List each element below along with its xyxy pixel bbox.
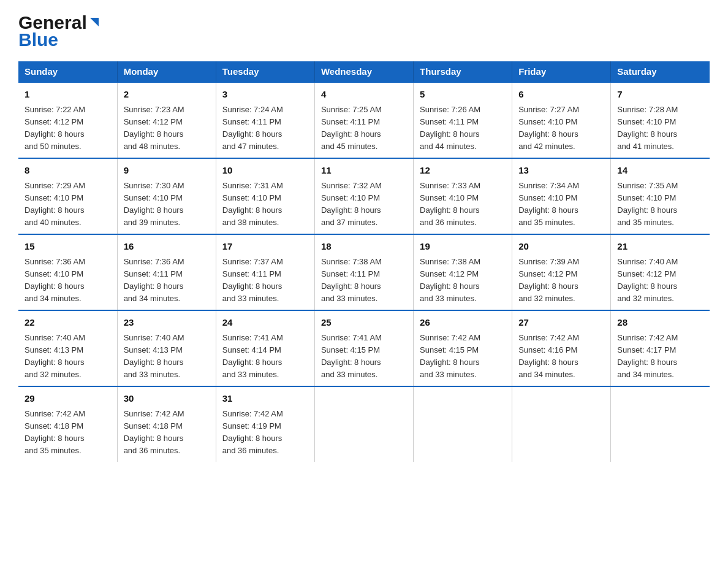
day-number: 2 — [124, 88, 210, 102]
calendar-cell: 13Sunrise: 7:34 AMSunset: 4:10 PMDayligh… — [512, 158, 611, 234]
header-saturday: Saturday — [611, 61, 710, 82]
day-number: 13 — [518, 164, 604, 178]
day-info: Sunrise: 7:42 AMSunset: 4:18 PMDaylight:… — [25, 408, 111, 458]
calendar-cell: 2Sunrise: 7:23 AMSunset: 4:12 PMDaylight… — [117, 82, 216, 158]
calendar-cell — [512, 386, 611, 462]
day-info: Sunrise: 7:38 AMSunset: 4:12 PMDaylight:… — [420, 256, 506, 305]
calendar-cell: 17Sunrise: 7:37 AMSunset: 4:11 PMDayligh… — [216, 234, 314, 310]
day-number: 29 — [25, 392, 111, 406]
day-info: Sunrise: 7:42 AMSunset: 4:16 PMDaylight:… — [518, 332, 604, 381]
header-tuesday: Tuesday — [216, 61, 314, 82]
day-number: 31 — [222, 392, 308, 406]
calendar-cell — [414, 386, 512, 462]
day-number: 28 — [617, 316, 703, 330]
calendar-cell: 27Sunrise: 7:42 AMSunset: 4:16 PMDayligh… — [512, 310, 611, 386]
calendar-cell: 18Sunrise: 7:38 AMSunset: 4:11 PMDayligh… — [314, 234, 413, 310]
calendar-week-row: 15Sunrise: 7:36 AMSunset: 4:10 PMDayligh… — [18, 234, 710, 310]
calendar-cell: 21Sunrise: 7:40 AMSunset: 4:12 PMDayligh… — [611, 234, 710, 310]
header-sunday: Sunday — [18, 61, 117, 82]
day-number: 9 — [124, 164, 210, 178]
day-number: 11 — [321, 164, 407, 178]
calendar-cell: 25Sunrise: 7:41 AMSunset: 4:15 PMDayligh… — [314, 310, 413, 386]
day-info: Sunrise: 7:31 AMSunset: 4:10 PMDaylight:… — [222, 180, 308, 229]
day-info: Sunrise: 7:39 AMSunset: 4:12 PMDaylight:… — [518, 256, 604, 305]
day-info: Sunrise: 7:27 AMSunset: 4:10 PMDaylight:… — [518, 104, 604, 153]
calendar-cell: 6Sunrise: 7:27 AMSunset: 4:10 PMDaylight… — [512, 82, 611, 158]
day-number: 30 — [124, 392, 210, 406]
day-number: 24 — [222, 316, 308, 330]
calendar-cell: 31Sunrise: 7:42 AMSunset: 4:19 PMDayligh… — [216, 386, 314, 462]
day-number: 1 — [25, 88, 111, 102]
day-info: Sunrise: 7:42 AMSunset: 4:15 PMDaylight:… — [420, 332, 506, 381]
day-info: Sunrise: 7:40 AMSunset: 4:13 PMDaylight:… — [124, 332, 210, 381]
day-number: 14 — [617, 164, 703, 178]
day-info: Sunrise: 7:42 AMSunset: 4:17 PMDaylight:… — [617, 332, 703, 381]
day-info: Sunrise: 7:42 AMSunset: 4:18 PMDaylight:… — [124, 408, 210, 458]
calendar-cell: 29Sunrise: 7:42 AMSunset: 4:18 PMDayligh… — [18, 386, 117, 462]
logo-blue: Blue — [18, 29, 58, 50]
day-number: 7 — [617, 88, 703, 102]
calendar-cell: 11Sunrise: 7:32 AMSunset: 4:10 PMDayligh… — [314, 158, 413, 234]
day-info: Sunrise: 7:32 AMSunset: 4:10 PMDaylight:… — [321, 180, 407, 229]
day-number: 22 — [25, 316, 111, 330]
calendar-cell: 7Sunrise: 7:28 AMSunset: 4:10 PMDaylight… — [611, 82, 710, 158]
calendar-cell: 9Sunrise: 7:30 AMSunset: 4:10 PMDaylight… — [117, 158, 216, 234]
calendar-week-row: 1Sunrise: 7:22 AMSunset: 4:12 PMDaylight… — [18, 82, 710, 158]
day-number: 23 — [124, 316, 210, 330]
day-number: 19 — [420, 240, 506, 254]
calendar-cell: 1Sunrise: 7:22 AMSunset: 4:12 PMDaylight… — [18, 82, 117, 158]
day-number: 18 — [321, 240, 407, 254]
calendar-header-row: SundayMondayTuesdayWednesdayThursdayFrid… — [18, 61, 710, 82]
calendar-cell: 10Sunrise: 7:31 AMSunset: 4:10 PMDayligh… — [216, 158, 314, 234]
day-number: 5 — [420, 88, 506, 102]
header-monday: Monday — [117, 61, 216, 82]
day-number: 16 — [124, 240, 210, 254]
logo-triangle-icon — [88, 15, 101, 29]
calendar-cell: 23Sunrise: 7:40 AMSunset: 4:13 PMDayligh… — [117, 310, 216, 386]
day-info: Sunrise: 7:26 AMSunset: 4:11 PMDaylight:… — [420, 104, 506, 153]
day-number: 8 — [25, 164, 111, 178]
calendar-cell: 3Sunrise: 7:24 AMSunset: 4:11 PMDaylight… — [216, 82, 314, 158]
calendar-cell: 15Sunrise: 7:36 AMSunset: 4:10 PMDayligh… — [18, 234, 117, 310]
calendar-cell: 22Sunrise: 7:40 AMSunset: 4:13 PMDayligh… — [18, 310, 117, 386]
calendar-cell — [611, 386, 710, 462]
day-info: Sunrise: 7:36 AMSunset: 4:11 PMDaylight:… — [124, 256, 210, 305]
day-info: Sunrise: 7:34 AMSunset: 4:10 PMDaylight:… — [518, 180, 604, 229]
day-info: Sunrise: 7:24 AMSunset: 4:11 PMDaylight:… — [222, 104, 308, 153]
day-number: 4 — [321, 88, 407, 102]
day-number: 20 — [518, 240, 604, 254]
calendar-cell: 5Sunrise: 7:26 AMSunset: 4:11 PMDaylight… — [414, 82, 512, 158]
calendar-cell: 20Sunrise: 7:39 AMSunset: 4:12 PMDayligh… — [512, 234, 611, 310]
day-info: Sunrise: 7:37 AMSunset: 4:11 PMDaylight:… — [222, 256, 308, 305]
day-number: 15 — [25, 240, 111, 254]
day-info: Sunrise: 7:33 AMSunset: 4:10 PMDaylight:… — [420, 180, 506, 229]
calendar-cell: 12Sunrise: 7:33 AMSunset: 4:10 PMDayligh… — [414, 158, 512, 234]
day-number: 26 — [420, 316, 506, 330]
header-wednesday: Wednesday — [314, 61, 413, 82]
day-info: Sunrise: 7:25 AMSunset: 4:11 PMDaylight:… — [321, 104, 407, 153]
day-number: 27 — [518, 316, 604, 330]
calendar-table: SundayMondayTuesdayWednesdayThursdayFrid… — [18, 61, 710, 462]
calendar-cell: 30Sunrise: 7:42 AMSunset: 4:18 PMDayligh… — [117, 386, 216, 462]
day-info: Sunrise: 7:41 AMSunset: 4:15 PMDaylight:… — [321, 332, 407, 381]
svg-marker-0 — [90, 18, 99, 26]
header-thursday: Thursday — [414, 61, 512, 82]
day-info: Sunrise: 7:29 AMSunset: 4:10 PMDaylight:… — [25, 180, 111, 229]
logo: General Blue — [18, 12, 101, 50]
day-number: 17 — [222, 240, 308, 254]
day-info: Sunrise: 7:41 AMSunset: 4:14 PMDaylight:… — [222, 332, 308, 381]
day-info: Sunrise: 7:23 AMSunset: 4:12 PMDaylight:… — [124, 104, 210, 153]
calendar-cell: 26Sunrise: 7:42 AMSunset: 4:15 PMDayligh… — [414, 310, 512, 386]
calendar-week-row: 8Sunrise: 7:29 AMSunset: 4:10 PMDaylight… — [18, 158, 710, 234]
calendar-week-row: 22Sunrise: 7:40 AMSunset: 4:13 PMDayligh… — [18, 310, 710, 386]
calendar-cell — [314, 386, 413, 462]
day-number: 25 — [321, 316, 407, 330]
calendar-cell: 28Sunrise: 7:42 AMSunset: 4:17 PMDayligh… — [611, 310, 710, 386]
calendar-cell: 19Sunrise: 7:38 AMSunset: 4:12 PMDayligh… — [414, 234, 512, 310]
day-info: Sunrise: 7:35 AMSunset: 4:10 PMDaylight:… — [617, 180, 703, 229]
day-info: Sunrise: 7:22 AMSunset: 4:12 PMDaylight:… — [25, 104, 111, 153]
day-number: 21 — [617, 240, 703, 254]
day-info: Sunrise: 7:36 AMSunset: 4:10 PMDaylight:… — [25, 256, 111, 305]
calendar-cell: 8Sunrise: 7:29 AMSunset: 4:10 PMDaylight… — [18, 158, 117, 234]
day-number: 3 — [222, 88, 308, 102]
